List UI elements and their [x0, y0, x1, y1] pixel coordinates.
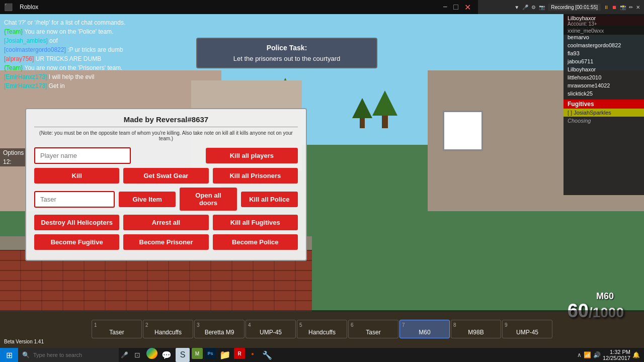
become-police-button[interactable]: Become Police — [213, 234, 298, 250]
timer-label: 12: — [0, 157, 27, 166]
chat-line-3: [coolmastergordo0822] :P ur tricks are d… — [4, 45, 157, 54]
kill-all-fugitives-button[interactable]: Kill all Fugitives — [213, 215, 298, 230]
task-box: Police Task: Let the prisoners out to th… — [196, 38, 377, 68]
taskbar-folder[interactable]: 📁 — [218, 348, 232, 362]
player-coolmastergordo: coolmastergordo0822 — [564, 41, 644, 49]
chat-line-5: {Team} You are now on the 'Prisoners' te… — [4, 63, 157, 72]
panel-row-2: Kill Get Swat Gear Kill all Prisoners — [34, 168, 298, 184]
tray-network[interactable]: 📶 — [584, 351, 591, 358]
task-description: Let the prisoners out to the courtyard — [207, 55, 366, 62]
weapon-slot-6[interactable]: 6 Taser — [348, 320, 398, 338]
kill-all-prisoners-button[interactable]: Kill all Prisoners — [213, 168, 298, 184]
taskbar-minecraft[interactable]: M — [192, 348, 203, 359]
account-name-top: Lilboyhaxor — [568, 15, 640, 21]
players-panel: Prisoners benben123e bemarvo coolmasterg… — [564, 14, 644, 195]
dropdown-icon[interactable]: ▼ — [514, 5, 519, 10]
chat-panel: Chat '/?' or '/help' for a list of chat … — [0, 14, 161, 95]
player-slicktick25: slicktick25 — [564, 89, 644, 98]
arrest-all-button[interactable]: Arrest all — [123, 215, 208, 230]
player-mrawsome: mrawsome14022 — [564, 81, 644, 89]
weapon-slot-8[interactable]: 8 M98B — [451, 320, 501, 338]
give-item-button[interactable]: Give Item — [119, 192, 176, 207]
taskbar-taskview[interactable]: ⊡ — [130, 348, 144, 362]
become-prisoner-button[interactable]: Become Prisoner — [123, 234, 208, 250]
weapon-slot-2[interactable]: 2 Handcuffs — [143, 320, 193, 338]
panel-row-1: Kill all players — [34, 147, 298, 164]
kill-button[interactable]: Kill — [34, 168, 119, 184]
system-tray: ∧ 📶 🔊 1:32 PM 12/25/2017 🔔 — [577, 349, 644, 361]
options-timer: Options 12: — [0, 148, 27, 166]
destroy-helicopters-button[interactable]: Destroy All Helicopters — [34, 215, 119, 230]
panel-note: (Note: you must be on the opposite team … — [34, 127, 298, 141]
system-clock[interactable]: 1:32 PM 12/25/2017 — [603, 349, 630, 361]
close-button[interactable]: ✕ — [461, 3, 474, 12]
snapshot-icon[interactable]: 📸 — [620, 5, 626, 10]
weapon-slot-1[interactable]: 1 Taser — [92, 320, 142, 338]
open-all-doors-button[interactable]: Open all doors — [180, 188, 236, 211]
roblox-icon: ⬛ — [4, 3, 13, 11]
chat-line-6: [EmirHanxz173] I will help the evil — [4, 72, 157, 81]
panel-row-3: Give Item Open all doors Kill all Police — [34, 188, 298, 211]
kill-all-police-button[interactable]: Kill all Police — [241, 192, 298, 207]
clock-time: 1:32 PM — [603, 349, 630, 355]
taskbar-roblox-studio[interactable]: R — [234, 348, 245, 359]
maximize-button[interactable]: □ — [450, 3, 461, 12]
taser-input[interactable] — [34, 191, 115, 208]
voice-icon[interactable]: 🎤 — [121, 351, 128, 358]
settings-icon[interactable]: ⚙ — [531, 5, 536, 10]
weapon-slot-3[interactable]: 3 Beretta M9 — [194, 320, 245, 338]
roblox-titlebar: ⬛ Roblox − □ ✕ — [0, 0, 478, 14]
panel-row-5: Become Fugitive Become Prisoner Become P… — [34, 234, 298, 250]
weapon-slot-9[interactable]: 9 UMP-45 — [502, 320, 552, 338]
windows-icon: ⊞ — [6, 350, 13, 360]
kill-all-players-button[interactable]: Kill all players — [206, 148, 298, 163]
player-littlehoss: littlehoss2010 — [564, 73, 644, 81]
player-name-input[interactable] — [34, 147, 131, 164]
weapon-slot-4[interactable]: 4 UMP-45 — [246, 320, 296, 338]
edit-icon[interactable]: ✏ — [629, 5, 633, 10]
window-title: Roblox — [20, 4, 38, 11]
taskbar-photoshop[interactable]: Ps — [205, 348, 216, 359]
player-jabou6711: jabou6711 — [564, 57, 644, 65]
taskbar-chrome[interactable] — [146, 348, 157, 359]
search-input[interactable] — [18, 348, 119, 362]
panel-row-4: Destroy All Helicopters Arrest all Kill … — [34, 215, 298, 230]
stop-icon[interactable]: ⏹ — [612, 5, 617, 10]
rec-close-icon[interactable]: ✕ — [636, 5, 640, 10]
version-text: Beta Version 1.41 — [4, 339, 44, 344]
tray-volume[interactable]: 🔊 — [593, 351, 601, 358]
camera-icon[interactable]: 📷 — [539, 5, 545, 10]
options-label: Options — [0, 148, 27, 157]
task-title: Police Task: — [207, 44, 366, 52]
player-choosing: Choosing — [564, 117, 644, 125]
weapon-slot-7[interactable]: 7 M60 — [399, 320, 450, 338]
notifications-icon[interactable]: 🔔 — [632, 351, 640, 358]
recording-bar: ▼ 🎤 ⚙ 📷 Recording [00:01:55] ⏸ ⏹ 📸 ✏ ✕ — [473, 0, 644, 14]
account-name2: xxine_me0wxx — [568, 28, 640, 34]
chat-line-2: [Josiah_ambles] oof — [4, 36, 157, 45]
chat-line-1: {Team} You are now on the 'Police' team. — [4, 27, 157, 36]
start-button[interactable]: ⊞ — [0, 348, 18, 362]
taskbar-app-icons: ⊡ 💬 S M Ps 📁 R ● 🔧 — [130, 348, 274, 362]
panel-title: Made by Reversal#8637 — [34, 115, 298, 124]
mic-icon[interactable]: 🎤 — [522, 5, 528, 10]
player-fla93: fla93 — [564, 49, 644, 57]
taskbar-obs[interactable]: ● — [247, 348, 258, 359]
player-lilboyhaxor: Lilboyhaxor — [564, 65, 644, 73]
chat-line-4: [alpray756] UR TRICKS ARE DUMB — [4, 54, 157, 63]
minimize-button[interactable]: − — [440, 3, 450, 12]
taskbar-steam[interactable]: S — [176, 348, 190, 362]
taskbar: ⊞ 🔍 🎤 ⊡ 💬 S M Ps 📁 R ● 🔧 ∧ 📶 🔊 1:32 PM 1… — [0, 348, 644, 362]
pause-icon[interactable]: ⏸ — [604, 5, 609, 10]
get-swat-gear-button[interactable]: Get Swat Gear — [123, 168, 208, 184]
taskbar-discord[interactable]: 💬 — [159, 348, 174, 362]
cheat-panel: Made by Reversal#8637 (Note: you must be… — [25, 108, 307, 261]
clock-date: 12/25/2017 — [603, 355, 630, 361]
taskbar-app9[interactable]: 🔧 — [260, 348, 274, 362]
recording-time: Recording [00:01:55] — [548, 4, 601, 11]
become-fugitive-button[interactable]: Become Fugitive — [34, 234, 119, 250]
weapon-slot-5[interactable]: 5 Handcuffs — [297, 320, 347, 338]
account-age: Account: 13+ — [568, 21, 640, 27]
chat-line-7: [EmirHanxz173] Get in — [4, 81, 157, 90]
tray-arrow[interactable]: ∧ — [577, 351, 582, 358]
